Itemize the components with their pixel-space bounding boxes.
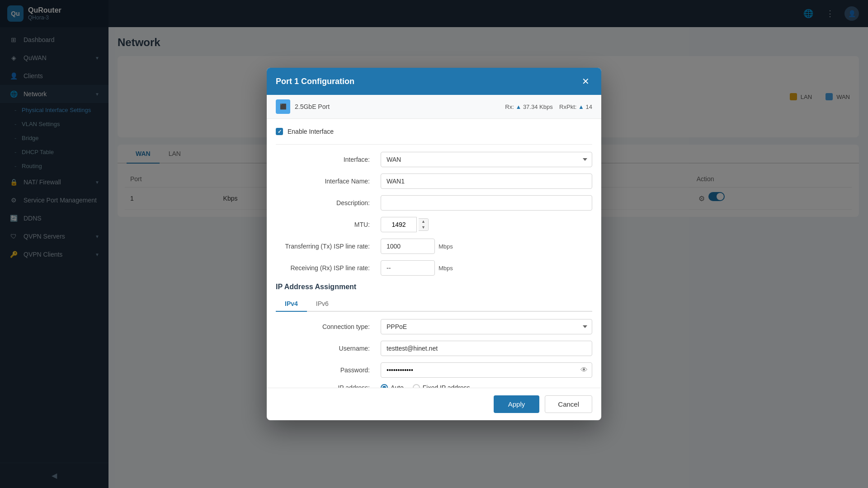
port-info: ⬛ 2.5GbE Port (276, 99, 330, 114)
username-input[interactable] (381, 341, 592, 356)
rx-rate-label: Receiving (Rx) ISP line rate: (276, 264, 375, 272)
tab-ipv6[interactable]: IPv6 (307, 296, 338, 312)
tx-unit-label: Mbps (439, 243, 453, 250)
mtu-down-button[interactable]: ▼ (419, 225, 428, 230)
modal-header: Port 1 Configuration ✕ (267, 68, 601, 95)
tx-rate-row: Transferring (Tx) ISP line rate: Mbps (276, 239, 592, 254)
interface-select[interactable]: WAN LAN (381, 152, 592, 167)
mtu-arrows: ▲ ▼ (419, 218, 429, 231)
ip-fixed-option[interactable]: Fixed IP address (413, 384, 470, 388)
modal-footer: Apply Cancel (267, 388, 601, 420)
password-input[interactable] (381, 362, 592, 378)
divider (276, 144, 592, 145)
ip-auto-radio[interactable] (381, 384, 388, 388)
connection-type-row: Connection type: PPPoE DHCP Static IP (276, 319, 592, 334)
rx-value: 37.34 Kbps (523, 103, 553, 110)
ip-auto-label: Auto (391, 384, 404, 388)
mtu-input[interactable] (381, 217, 417, 232)
ip-address-radio-group: Auto Fixed IP address (381, 384, 470, 388)
password-label: Password: (276, 366, 375, 374)
username-label: Username: (276, 345, 375, 352)
mtu-up-button[interactable]: ▲ (419, 219, 428, 225)
interface-name-row: Interface Name: (276, 174, 592, 189)
enable-interface-checkbox[interactable] (276, 128, 283, 135)
ip-fixed-label: Fixed IP address (423, 384, 470, 388)
description-input[interactable] (381, 195, 592, 211)
mtu-wrapper: ▲ ▼ (381, 217, 429, 232)
rx-rate-wrapper: Mbps (381, 260, 453, 276)
port-icon: ⬛ (276, 99, 290, 114)
interface-name-label: Interface Name: (276, 178, 375, 185)
modal-body: Enable Interface Interface: WAN LAN Inte… (267, 119, 601, 388)
rx-arrow-icon: ▲ (515, 103, 521, 110)
rx-rate-row: Receiving (Rx) ISP line rate: Mbps (276, 260, 592, 276)
rxpkt-arrow-icon: ▲ (578, 103, 584, 110)
tx-rate-label: Transferring (Tx) ISP line rate: (276, 243, 375, 250)
apply-button[interactable]: Apply (494, 395, 540, 413)
mtu-label: MTU: (276, 221, 375, 228)
port-label: 2.5GbE Port (295, 103, 330, 110)
tx-rate-wrapper: Mbps (381, 239, 453, 254)
enable-interface-label: Enable Interface (288, 128, 334, 135)
password-row: Password: 👁 (276, 362, 592, 378)
mtu-row: MTU: ▲ ▼ (276, 217, 592, 232)
tab-ipv4[interactable]: IPv4 (276, 296, 307, 312)
password-wrapper: 👁 (381, 362, 592, 378)
enable-interface-row: Enable Interface (276, 128, 592, 135)
rxpkt-label: RxPkt: (559, 103, 576, 110)
connection-type-label: Connection type: (276, 323, 375, 330)
modal-port-bar: ⬛ 2.5GbE Port Rx: ▲ 37.34 Kbps RxPkt: ▲ … (267, 95, 601, 119)
description-label: Description: (276, 199, 375, 206)
rx-label: Rx: (505, 103, 514, 110)
description-row: Description: (276, 195, 592, 211)
ip-address-label: IP address: (276, 384, 375, 388)
rx-rate-input[interactable] (381, 260, 435, 276)
rx-info: Rx: ▲ 37.34 Kbps RxPkt: ▲ 14 (505, 103, 592, 110)
eye-icon[interactable]: 👁 (580, 366, 588, 374)
tx-rate-input[interactable] (381, 239, 435, 254)
ip-fixed-radio[interactable] (413, 384, 420, 388)
ip-auto-option[interactable]: Auto (381, 384, 404, 388)
modal-overlay[interactable]: Port 1 Configuration ✕ ⬛ 2.5GbE Port Rx:… (0, 0, 868, 488)
rxpkt-value: 14 (586, 103, 592, 110)
ip-section-title: IP Address Assignment (276, 283, 592, 291)
connection-type-select[interactable]: PPPoE DHCP Static IP (381, 319, 592, 334)
cancel-button[interactable]: Cancel (545, 395, 592, 413)
rx-unit-label: Mbps (439, 265, 453, 272)
interface-name-input[interactable] (381, 174, 592, 189)
modal-close-button[interactable]: ✕ (579, 75, 592, 88)
ip-tabs: IPv4 IPv6 (276, 296, 592, 312)
port-config-modal: Port 1 Configuration ✕ ⬛ 2.5GbE Port Rx:… (267, 68, 601, 420)
interface-row: Interface: WAN LAN (276, 152, 592, 167)
interface-label: Interface: (276, 156, 375, 163)
modal-title: Port 1 Configuration (276, 77, 354, 86)
ip-address-row: IP address: Auto Fixed IP address (276, 384, 592, 388)
username-row: Username: (276, 341, 592, 356)
